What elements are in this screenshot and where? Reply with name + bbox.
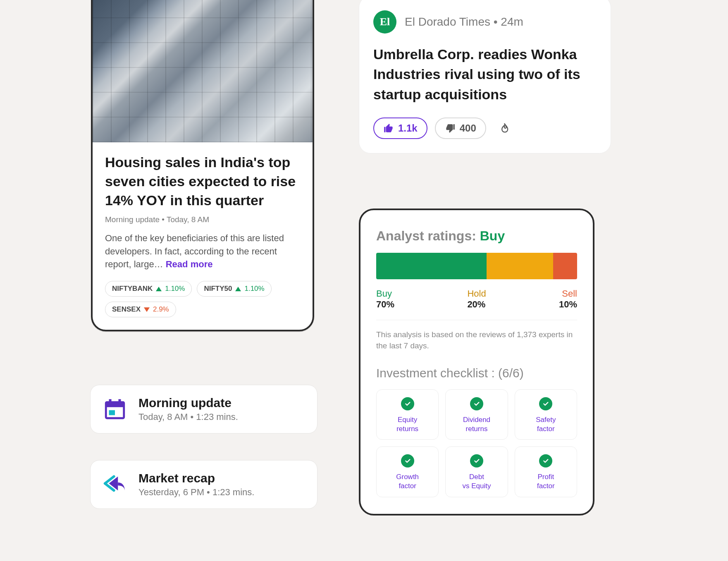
checklist-label: Safetyfactor (519, 415, 573, 434)
article-excerpt: One of the key beneficiaries of this are… (105, 232, 300, 271)
ticker-pill-nifty50[interactable]: NIFTY50 1.10% (197, 281, 271, 297)
read-more-link[interactable]: Read more (166, 259, 213, 269)
rating-bar-chart (376, 253, 577, 279)
svg-rect-4 (109, 410, 115, 415)
checklist-grid: Equityreturns Dividendreturns Safetyfact… (376, 389, 577, 497)
up-arrow-icon (156, 287, 162, 291)
dislike-button[interactable]: 400 (435, 117, 486, 139)
like-count: 1.1k (398, 122, 418, 134)
rating-legend: Buy 70% Hold 20% Sell 10% (376, 288, 577, 310)
check-circle-icon (539, 397, 552, 410)
dislike-count: 400 (460, 122, 476, 134)
news-source-name: El Dorado Times (405, 15, 490, 28)
legend-buy-label: Buy (376, 288, 394, 299)
ticker-pill-sensex[interactable]: SENSEX 2.9% (105, 302, 176, 317)
morning-update-card[interactable]: Morning update Today, 8 AM • 1:23 mins. (90, 385, 317, 434)
housing-article-card[interactable]: Housing sales in India's top seven citie… (91, 0, 314, 331)
rating-segment-buy (376, 253, 487, 279)
news-headline: Umbrella Corp. readies Wonka Industries … (373, 44, 597, 104)
article-meta: Morning update • Today, 8 AM (105, 215, 300, 224)
analyst-title: Analyst ratings: Buy (376, 228, 577, 244)
ticker-symbol: SENSEX (112, 305, 141, 314)
news-article-card[interactable]: El El Dorado Times • 24m Umbrella Corp. … (359, 0, 611, 153)
ticker-pct: 1.10% (165, 285, 185, 293)
legend-sell-value: 10% (559, 299, 577, 310)
analyst-note: This analysis is based on the reviews of… (376, 320, 577, 351)
legend-sell-label: Sell (559, 288, 577, 299)
ticker-symbol: NIFTYBANK (112, 285, 153, 293)
update-title: Market recap (138, 471, 254, 485)
update-subtitle: Yesterday, 6 PM • 1:23 mins. (138, 487, 254, 498)
checklist-label: Profitfactor (519, 472, 573, 491)
flame-icon (499, 122, 510, 134)
thumbs-down-icon (445, 123, 456, 134)
market-recap-card[interactable]: Market recap Yesterday, 6 PM • 1:23 mins… (90, 460, 317, 509)
check-circle-icon (470, 454, 483, 468)
trending-button[interactable] (494, 117, 515, 139)
up-arrow-icon (235, 287, 241, 291)
svg-rect-2 (109, 399, 112, 404)
analyst-ratings-card: Analyst ratings: Buy Buy 70% Hold 20% Se… (359, 209, 594, 515)
check-circle-icon (539, 454, 552, 468)
checklist-label: Growthfactor (381, 472, 434, 491)
reply-arrow-icon (103, 472, 127, 496)
checklist-label: Dividendreturns (450, 415, 503, 434)
checklist-item[interactable]: Safetyfactor (515, 389, 577, 440)
legend-hold-value: 20% (467, 299, 486, 310)
ticker-symbol: NIFTY50 (204, 285, 232, 293)
checklist-title: Investment checklist : (6/6) (376, 366, 577, 380)
news-source-line: El Dorado Times • 24m (405, 15, 523, 29)
source-logo-icon: El (373, 10, 396, 34)
analyst-title-value: Buy (480, 228, 505, 243)
news-time: 24m (501, 15, 523, 28)
ticker-row: NIFTYBANK 1.10% NIFTY50 1.10% SENSEX 2.9… (105, 281, 300, 317)
calendar-icon (103, 397, 127, 421)
check-circle-icon (401, 454, 414, 468)
checklist-item[interactable]: Debtvs Equity (445, 446, 508, 497)
update-title: Morning update (138, 396, 238, 410)
ticker-pill-niftybank[interactable]: NIFTYBANK 1.10% (105, 281, 192, 297)
check-circle-icon (470, 397, 483, 410)
ticker-pct: 1.10% (244, 285, 264, 293)
svg-rect-3 (118, 399, 121, 404)
article-hero-image (93, 0, 313, 142)
checklist-item[interactable]: Equityreturns (376, 389, 439, 440)
checklist-item[interactable]: Growthfactor (376, 446, 439, 497)
legend-buy-value: 70% (376, 299, 394, 310)
update-subtitle: Today, 8 AM • 1:23 mins. (138, 412, 238, 422)
ticker-pct: 2.9% (153, 305, 169, 314)
checklist-item[interactable]: Profitfactor (515, 446, 577, 497)
checklist-label: Equityreturns (381, 415, 434, 434)
article-title: Housing sales in India's top seven citie… (105, 153, 300, 210)
rating-segment-sell (553, 253, 577, 279)
like-button[interactable]: 1.1k (373, 117, 427, 139)
thumbs-up-icon (383, 123, 394, 134)
checklist-label: Debtvs Equity (450, 472, 503, 491)
legend-hold-label: Hold (467, 288, 486, 299)
svg-rect-1 (106, 402, 124, 407)
analyst-title-prefix: Analyst ratings: (376, 228, 480, 243)
rating-segment-hold (487, 253, 553, 279)
down-arrow-icon (144, 307, 150, 312)
check-circle-icon (401, 397, 414, 410)
checklist-item[interactable]: Dividendreturns (445, 389, 508, 440)
